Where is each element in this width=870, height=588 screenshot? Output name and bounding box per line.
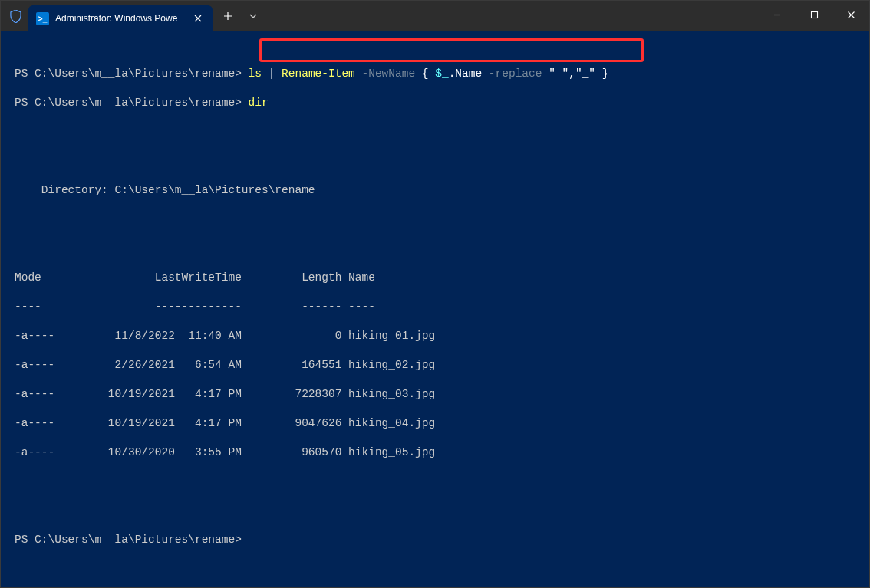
blank-line <box>15 212 855 227</box>
table-separator: ---- ------------- ------ ---- <box>15 300 855 314</box>
window-controls <box>759 1 869 28</box>
table-row: -a---- 11/8/2022 11:40 AM 0 hiking_01.jp… <box>15 329 855 343</box>
prompt-line-3: PS C:\Users\m__la\Pictures\rename> <box>15 533 855 547</box>
new-tab-button[interactable] <box>214 4 242 28</box>
table-row: -a---- 10/19/2021 4:17 PM 9047626 hiking… <box>15 416 855 431</box>
svg-rect-0 <box>811 11 817 18</box>
blank-line <box>15 475 855 489</box>
prompt-line-1: PS C:\Users\m__la\Pictures\rename> ls | … <box>15 67 855 81</box>
blank-line <box>15 241 855 256</box>
blank-line <box>15 125 855 140</box>
cursor <box>249 533 250 545</box>
minimize-button[interactable] <box>759 1 796 28</box>
table-header: Mode LastWriteTime Length Name <box>15 271 855 285</box>
terminal-tab[interactable]: >_ Administrator: Windows Powe <box>28 5 213 31</box>
tab-close-button[interactable] <box>191 11 205 25</box>
table-row: -a---- 10/19/2021 4:17 PM 7228307 hiking… <box>15 387 855 402</box>
table-row: -a---- 10/30/2020 3:55 PM 960570 hiking_… <box>15 445 855 460</box>
command-highlight-box <box>259 38 644 62</box>
titlebar: >_ Administrator: Windows Powe <box>1 1 869 31</box>
tab-title: Administrator: Windows Powe <box>55 13 186 24</box>
blank-line <box>15 154 855 169</box>
prompt-line-2: PS C:\Users\m__la\Pictures\rename> dir <box>15 96 855 110</box>
terminal-output[interactable]: PS C:\Users\m__la\Pictures\rename> ls | … <box>1 31 869 568</box>
blank-line <box>15 504 855 518</box>
directory-header: Directory: C:\Users\m__la\Pictures\renam… <box>15 183 855 198</box>
tab-dropdown-button[interactable] <box>242 4 265 28</box>
table-row: -a---- 2/26/2021 6:54 AM 164551 hiking_0… <box>15 358 855 373</box>
close-window-button[interactable] <box>832 1 869 28</box>
admin-shield-icon <box>8 9 22 23</box>
powershell-icon: >_ <box>36 12 49 25</box>
maximize-button[interactable] <box>796 1 832 28</box>
